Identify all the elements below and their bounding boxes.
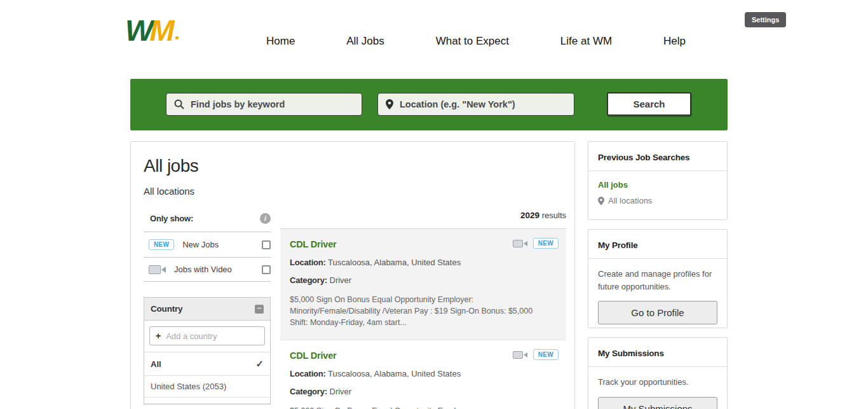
wm-logo[interactable]: WM	[125, 15, 179, 45]
job-location-line: Location: Tuscaloosa, Alabama, United St…	[290, 258, 557, 267]
my-submissions-description: Track your opportunities.	[598, 376, 717, 389]
country-option-all[interactable]: All ✓	[144, 352, 270, 376]
country-option-partial	[144, 398, 270, 404]
location-pin-icon	[386, 99, 393, 109]
page-title: All jobs	[144, 156, 198, 176]
job-card-icons: NEW	[513, 238, 559, 249]
search-icon	[174, 99, 184, 109]
logo-registered-dot	[175, 36, 179, 39]
check-icon: ✓	[255, 358, 264, 370]
new-jobs-checkbox[interactable]	[262, 240, 271, 249]
search-banner: Search	[130, 79, 728, 130]
main-nav: Home All Jobs What to Expect Life at WM …	[266, 35, 686, 48]
jobs-with-video-label: Jobs with Video	[174, 265, 232, 274]
info-icon[interactable]: i	[260, 213, 271, 224]
results-column: 2029 results CDL Driver NEW Location: Tu…	[280, 208, 566, 409]
jobs-panel: All jobs All locations Only show: i NEW …	[130, 141, 575, 409]
job-category-label: Category:	[290, 387, 327, 396]
previous-searches-title: Previous Job Searches	[588, 142, 727, 171]
job-location-value: Tuscaloosa, Alabama, United States	[328, 369, 461, 378]
job-category-value: Driver	[330, 275, 352, 285]
job-location-line: Location: Tuscaloosa, Alabama, United St…	[290, 369, 557, 378]
job-description: $5,000 Sign On Bonus Equal Opportunity E…	[290, 294, 545, 328]
only-show-label: Only show:	[150, 214, 193, 223]
previous-search-link[interactable]: All jobs	[598, 180, 717, 190]
add-country-field[interactable]: +	[149, 326, 265, 345]
logo-letter-m: M	[149, 13, 170, 47]
only-show-header: Only show: i	[144, 208, 271, 232]
results-count: 2029 results	[280, 208, 566, 229]
my-submissions-button[interactable]: My Submissions	[598, 397, 717, 409]
my-profile-description: Create and manage profiles for future op…	[598, 268, 717, 293]
wm-careers-page: WM Home All Jobs What to Expect Life at …	[0, 0, 868, 409]
results-count-number: 2029	[520, 211, 539, 220]
country-filter-header[interactable]: Country −	[144, 298, 270, 321]
filters-column: Only show: i NEW New Jobs Jobs with Vide…	[144, 208, 271, 405]
search-button[interactable]: Search	[607, 92, 691, 116]
logo-letter-w: W	[125, 13, 149, 47]
my-submissions-title: My Submissions	[588, 338, 727, 367]
nav-item-all-jobs[interactable]: All Jobs	[346, 35, 384, 48]
new-badge: NEW	[533, 349, 559, 360]
country-option-label: All	[151, 359, 161, 369]
country-list: All ✓ United States (2053)	[144, 352, 270, 404]
nav-item-life-at-wm[interactable]: Life at WM	[560, 35, 612, 48]
filter-jobs-with-video: Jobs with Video	[144, 258, 271, 282]
job-location-value: Tuscaloosa, Alabama, United States	[328, 258, 461, 267]
new-badge: NEW	[149, 239, 174, 250]
nav-item-help[interactable]: Help	[663, 35, 686, 48]
keyword-input[interactable]	[191, 99, 354, 109]
video-icon	[513, 351, 527, 359]
new-jobs-label: New Jobs	[182, 240, 219, 249]
country-option-label: United States (2053)	[151, 382, 226, 391]
collapse-icon[interactable]: −	[255, 305, 264, 314]
my-submissions-card: My Submissions Track your opportunities.…	[588, 337, 728, 409]
add-country-input[interactable]	[166, 331, 259, 341]
job-category-label: Category:	[290, 275, 327, 285]
new-badge: NEW	[533, 238, 559, 249]
previous-search-location-text: All locations	[608, 196, 652, 205]
job-category-value: Driver	[330, 387, 352, 396]
job-card[interactable]: CDL Driver NEW Location: Tuscaloosa, Ala…	[280, 229, 566, 340]
previous-searches-card: Previous Job Searches All jobs All locat…	[588, 141, 728, 220]
job-category-line: Category: Driver	[290, 387, 557, 396]
job-location-label: Location:	[290, 369, 326, 378]
job-card[interactable]: CDL Driver NEW Location: Tuscaloosa, Ala…	[280, 340, 566, 409]
page-subtitle: All locations	[144, 186, 194, 197]
nav-item-home[interactable]: Home	[266, 35, 295, 48]
location-search-field[interactable]	[377, 93, 574, 116]
nav-item-what-to-expect[interactable]: What to Expect	[436, 35, 509, 48]
keyword-search-field[interactable]	[166, 93, 362, 116]
video-icon	[513, 240, 527, 247]
settings-button[interactable]: Settings	[745, 12, 786, 27]
previous-search-location: All locations	[598, 196, 717, 205]
job-card-icons: NEW	[513, 349, 559, 360]
results-count-label: results	[542, 211, 566, 220]
country-filter-panel: Country − + All ✓ United States (2053)	[144, 297, 271, 405]
my-profile-title: My Profile	[588, 230, 727, 259]
video-icon	[149, 265, 166, 274]
location-pin-icon	[598, 197, 604, 205]
country-title: Country	[151, 304, 182, 314]
job-category-line: Category: Driver	[290, 275, 557, 285]
filter-new-jobs: NEW New Jobs	[144, 232, 271, 258]
country-option-united-states[interactable]: United States (2053)	[144, 376, 270, 398]
job-location-label: Location:	[290, 258, 326, 267]
go-to-profile-button[interactable]: Go to Profile	[598, 301, 717, 324]
job-description: $5,000 Sign On Bonus Equal Opportunity E…	[290, 405, 545, 409]
plus-icon: +	[156, 331, 161, 341]
jobs-with-video-checkbox[interactable]	[262, 265, 271, 274]
country-add-section: +	[144, 321, 270, 352]
my-profile-card: My Profile Create and manage profiles fo…	[588, 229, 728, 328]
location-input[interactable]	[400, 99, 566, 109]
